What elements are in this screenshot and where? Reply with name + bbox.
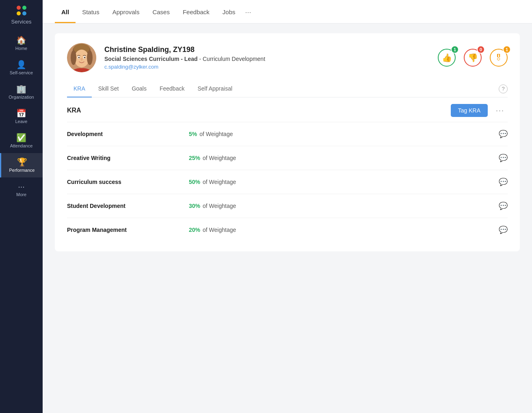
kra-row-comment-icon[interactable]: 💬 (499, 177, 508, 186)
profile-name: Christine Spalding, ZY198 (104, 45, 438, 54)
profile-role-separator: - (199, 56, 203, 62)
thumbs-down-count: 0 (477, 45, 485, 54)
kra-row-percentage: 5% (189, 131, 197, 137)
kra-row-suffix: of Weightage (203, 227, 236, 233)
tab-feedback[interactable]: Feedback (176, 0, 216, 23)
kra-header: KRA Tag KRA ··· (67, 97, 508, 122)
sub-tab-skill-set[interactable]: Skill Set (92, 80, 125, 97)
dot-blue (22, 11, 26, 15)
avatar-image (67, 43, 96, 72)
svg-point-5 (87, 50, 93, 65)
svg-point-4 (71, 50, 76, 65)
kra-more-button[interactable]: ··· (493, 105, 508, 117)
sidebar-item-home[interactable]: 🏠 Home (0, 31, 43, 56)
sidebar-item-label-home: Home (15, 46, 27, 51)
sub-tab-goals[interactable]: Goals (125, 80, 153, 97)
sidebar: Services 🏠 Home 👤 Self-service 🏢 Organiz… (0, 0, 43, 413)
thumbs-up-count: 1 (451, 45, 459, 54)
svg-point-3 (74, 50, 89, 67)
award-count: 1 (503, 45, 511, 54)
top-nav-more-button[interactable]: ··· (242, 0, 255, 23)
sidebar-item-label-attendance: Attendance (10, 143, 33, 148)
kra-row-comment-icon[interactable]: 💬 (499, 225, 508, 234)
kra-row: Student Development 30% of Weightage 💬 (67, 194, 508, 218)
sidebar-item-attendance[interactable]: ✅ Attendance (0, 129, 43, 153)
sidebar-item-more[interactable]: ··· More (0, 177, 43, 202)
profile-email[interactable]: c.spalding@zylker.com (104, 64, 438, 70)
tab-all[interactable]: All (55, 0, 76, 23)
tag-kra-button[interactable]: Tag KRA (451, 104, 488, 117)
kra-row: Program Management 20% of Weightage 💬 (67, 218, 508, 242)
svg-point-11 (84, 57, 85, 57)
kra-row-name: Development (67, 131, 189, 137)
kra-row-weightage: 30% of Weightage (189, 203, 499, 209)
sidebar-item-leave[interactable]: 📅 Leave (0, 104, 43, 129)
page-content: Christine Spalding, ZY198 Social Science… (43, 24, 532, 413)
sidebar-item-self-service[interactable]: 👤 Self-service (0, 56, 43, 80)
sub-tab-self-appraisal[interactable]: Self Appraisal (191, 80, 239, 97)
performance-icon: 🏆 (17, 158, 27, 166)
attendance-icon: ✅ (16, 134, 26, 142)
main-content: All Status Approvals Cases Feedback Jobs… (43, 0, 532, 413)
dot-green (22, 6, 26, 10)
dot-red (17, 6, 21, 10)
kra-row-comment-icon[interactable]: 💬 (499, 201, 508, 210)
sidebar-item-label-more: More (16, 192, 26, 197)
kra-row-weightage: 20% of Weightage (189, 227, 499, 233)
sidebar-item-label-leave: Leave (15, 119, 28, 124)
help-icon[interactable]: ? (499, 84, 508, 93)
tab-cases[interactable]: Cases (146, 0, 176, 23)
kra-row-weightage: 25% of Weightage (189, 155, 499, 161)
avatar (67, 43, 96, 72)
kra-row-suffix: of Weightage (199, 131, 233, 137)
profile-card: Christine Spalding, ZY198 Social Science… (55, 33, 520, 251)
kra-row-comment-icon[interactable]: 💬 (499, 130, 508, 138)
profile-info: Christine Spalding, ZY198 Social Science… (104, 45, 438, 70)
tab-status[interactable]: Status (76, 0, 106, 23)
kra-row-percentage: 25% (189, 155, 200, 161)
top-navigation: All Status Approvals Cases Feedback Jobs… (43, 0, 532, 24)
sub-tabs: KRA Skill Set Goals Feedback Self Apprai… (67, 80, 508, 97)
sub-tab-feedback[interactable]: Feedback (153, 80, 191, 97)
logo (0, 0, 43, 19)
more-dots-icon: ··· (18, 182, 25, 190)
kra-row-suffix: of Weightage (203, 179, 236, 185)
kra-row-percentage: 30% (189, 203, 200, 209)
self-service-icon: 👤 (16, 61, 26, 69)
award-badge[interactable]: 1 🎖 (490, 49, 508, 67)
organization-icon: 🏢 (16, 85, 26, 93)
kra-row-name: Creative Writing (67, 155, 189, 161)
thumbs-down-badge[interactable]: 0 👎 (464, 49, 482, 67)
home-icon: 🏠 (16, 36, 26, 44)
kra-row-weightage: 50% of Weightage (189, 179, 499, 185)
kra-row: Creative Writing 25% of Weightage 💬 (67, 146, 508, 170)
sidebar-item-label-performance: Performance (9, 168, 35, 173)
thumbs-up-badge[interactable]: 1 👍 (438, 49, 456, 67)
tab-approvals[interactable]: Approvals (106, 0, 146, 23)
kra-header-actions: Tag KRA ··· (451, 104, 508, 117)
sidebar-item-label-organization: Organization (9, 95, 34, 99)
sub-tab-kra[interactable]: KRA (67, 80, 92, 97)
dot-yellow (17, 11, 21, 15)
sidebar-item-organization[interactable]: 🏢 Organization (0, 80, 43, 104)
kra-row-percentage: 20% (189, 227, 200, 233)
kra-row: Curriculum success 50% of Weightage 💬 (67, 170, 508, 194)
profile-header: Christine Spalding, ZY198 Social Science… (67, 43, 508, 72)
kra-row-suffix: of Weightage (203, 203, 236, 209)
kra-row-comment-icon[interactable]: 💬 (499, 154, 508, 162)
profile-role: Social Sciences Curriculum - Lead - Curr… (104, 56, 438, 62)
sidebar-item-label-self-service: Self-service (10, 70, 33, 75)
profile-role-title: Social Sciences Curriculum - Lead (104, 56, 198, 62)
tab-jobs[interactable]: Jobs (216, 0, 242, 23)
kra-section: KRA Tag KRA ··· Development 5% of Weight… (67, 97, 508, 242)
sidebar-item-performance[interactable]: 🏆 Performance (0, 153, 43, 177)
kra-row-weightage: 5% of Weightage (189, 131, 499, 137)
leave-icon: 📅 (16, 109, 26, 117)
services-label: Services (11, 19, 32, 25)
svg-point-10 (79, 57, 79, 57)
kra-row-name: Program Management (67, 227, 189, 233)
logo-dots (17, 6, 26, 15)
kra-row-suffix: of Weightage (203, 155, 236, 161)
kra-row-name: Student Development (67, 203, 189, 209)
kra-rows-container: Development 5% of Weightage 💬 Creative W… (67, 122, 508, 242)
